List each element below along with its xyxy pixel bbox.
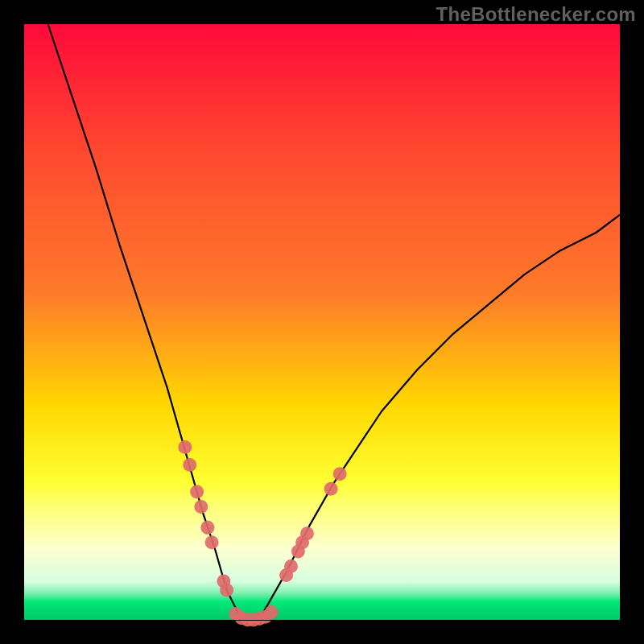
data-marker	[300, 526, 314, 540]
data-marker	[200, 521, 214, 535]
data-marker	[183, 458, 196, 472]
data-marker	[333, 467, 347, 481]
data-marker	[194, 500, 208, 514]
data-marker	[190, 485, 204, 498]
watermark-label: TheBottlenecker.com	[436, 3, 636, 26]
chart-stage: TheBottlenecker.com	[0, 0, 644, 644]
plot-background	[24, 24, 620, 620]
data-marker	[324, 482, 338, 496]
data-marker	[265, 605, 279, 619]
bottleneck-chart	[0, 0, 644, 644]
data-marker	[178, 440, 192, 454]
data-marker	[284, 559, 298, 573]
data-marker	[220, 584, 233, 597]
data-marker	[205, 535, 219, 549]
